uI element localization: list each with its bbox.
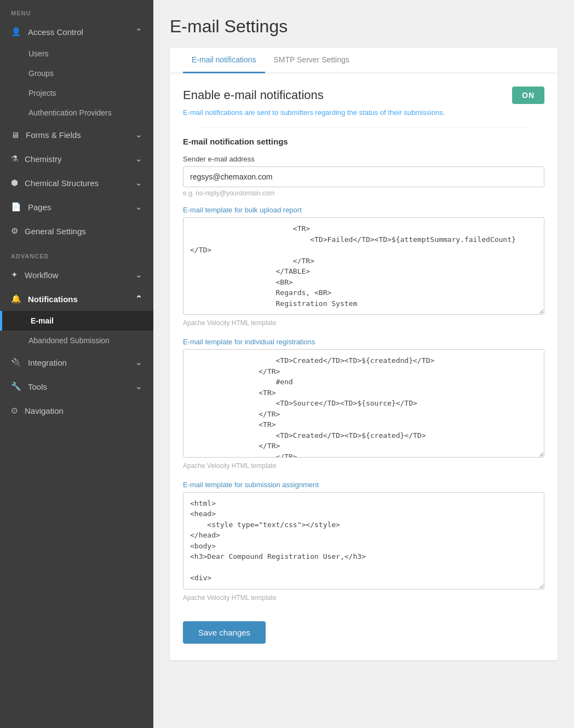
sidebar-item-integration[interactable]: 🔌 Integration ⌄ [0,350,153,374]
enable-description: E-mail notifications are sent to submitt… [183,108,544,117]
submission-assign-textarea[interactable]: <html> <head> <style type="text/css"></s… [183,492,544,590]
settings-section-title: E-mail notification settings [183,137,544,146]
tab-bar: E-mail notifications SMTP Server Setting… [170,48,558,73]
main-content: E-mail Settings E-mail notifications SMT… [153,0,574,728]
hexagon-icon: ⬢ [11,178,18,188]
bulk-upload-hint: Apache Velocity HTML template [183,319,544,327]
enable-row: Enable e-mail notifications ON [183,86,544,104]
bulk-upload-label: E-mail template for bulk upload report [183,206,544,214]
sidebar-item-general-settings[interactable]: ⚙ General Settings [0,219,153,243]
settings-card: E-mail notifications SMTP Server Setting… [170,48,558,660]
sidebar-item-label: Navigation [25,406,64,415]
sidebar-item-label: General Settings [25,227,86,236]
save-button[interactable]: Save changes [183,621,266,644]
sidebar-sub-abandoned-submission[interactable]: Abandoned Submission [0,331,153,350]
sidebar-item-label: Chemical Structures [25,178,99,188]
sender-hint: e.g. no-reply@yourdomain.com [183,189,544,197]
sidebar-item-pages[interactable]: 📄 Pages ⌄ [0,195,153,219]
navigation-icon: ⊙ [11,406,18,415]
sidebar-item-label: Forms & Fields [26,130,81,140]
sidebar-item-workflow[interactable]: ✦ Workflow ⌄ [0,263,153,287]
chevron-down-icon: ⌄ [135,202,142,212]
user-icon: 👤 [11,27,21,37]
chevron-down-icon: ⌄ [135,130,142,140]
chevron-down-icon: ⌄ [135,270,142,280]
sidebar-sub-groups[interactable]: Groups [0,63,153,83]
chevron-down-icon: ⌄ [135,154,142,164]
chevron-up-icon: ⌃ [135,27,142,37]
bulk-upload-textarea[interactable]: <TR> <TD>Failed</TD><TD>${attemptSummary… [183,217,544,315]
sidebar-item-tools[interactable]: 🔧 Tools ⌄ [0,374,153,398]
sidebar-item-chemical-structures[interactable]: ⬢ Chemical Structures ⌄ [0,171,153,195]
tab-content: Enable e-mail notifications ON E-mail no… [170,73,558,602]
sidebar-sub-auth-providers[interactable]: Authentication Providers [0,103,153,123]
page-title: E-mail Settings [170,16,558,37]
individual-reg-textarea[interactable]: <TD>Created</TD><TD>${creatednd}</TD> </… [183,349,544,458]
workflow-icon: ✦ [11,270,18,280]
sidebar-item-label: Integration [28,358,67,367]
sidebar: MENU 👤 Access Control ⌃ Users Groups Pro… [0,0,153,728]
sidebar-item-chemistry[interactable]: ⚗ Chemistry ⌄ [0,147,153,171]
sidebar-item-label: Access Control [28,27,83,37]
chevron-up-icon: ⌃ [135,294,142,304]
sidebar-item-access-control[interactable]: 👤 Access Control ⌃ [0,20,153,44]
tab-email-notifications[interactable]: E-mail notifications [183,48,265,73]
sidebar-item-forms-fields[interactable]: 🖥 Forms & Fields ⌄ [0,123,153,147]
page-icon: 📄 [11,202,21,212]
sender-email-input[interactable] [183,166,544,187]
individual-reg-hint: Apache Velocity HTML template [183,462,544,470]
advanced-label: ADVANCED [0,243,153,263]
enable-toggle[interactable]: ON [512,86,544,104]
submission-assign-hint: Apache Velocity HTML template [183,594,544,602]
integration-icon: 🔌 [11,357,21,367]
gear-icon: ⚙ [11,226,18,236]
submission-assign-label: E-mail template for submission assignmen… [183,481,544,489]
chevron-down-icon: ⌄ [135,178,142,188]
chevron-down-icon: ⌄ [135,357,142,367]
sidebar-item-label: Tools [28,382,47,391]
sidebar-item-label: Chemistry [25,154,62,164]
sidebar-sub-email[interactable]: E-mail [0,311,153,331]
tools-icon: 🔧 [11,382,21,391]
sidebar-item-navigation[interactable]: ⊙ Navigation [0,398,153,423]
sidebar-item-notifications[interactable]: 🔔 Notifications ⌃ [0,287,153,311]
monitor-icon: 🖥 [11,130,19,140]
menu-label: MENU [0,0,153,20]
flask-icon: ⚗ [11,154,18,164]
sidebar-item-label: Pages [28,203,51,212]
sidebar-sub-projects[interactable]: Projects [0,83,153,103]
bell-icon: 🔔 [11,294,21,304]
chevron-down-icon: ⌄ [135,382,142,391]
tab-smtp-settings[interactable]: SMTP Server Settings [265,48,358,73]
sidebar-item-label: Notifications [28,294,78,304]
sidebar-item-label: Workflow [25,270,58,280]
enable-title: Enable e-mail notifications [183,88,324,102]
sidebar-sub-users[interactable]: Users [0,44,153,63]
sender-label: Sender e-mail address [183,155,544,163]
individual-reg-label: E-mail template for individual registrat… [183,338,544,346]
